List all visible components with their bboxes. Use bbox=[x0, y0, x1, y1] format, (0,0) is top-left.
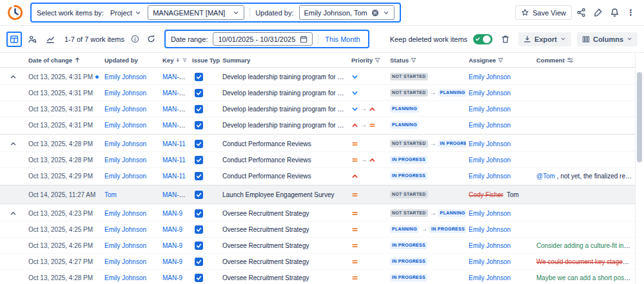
user-link[interactable]: Emily Johnson bbox=[104, 90, 146, 97]
project-select[interactable]: MANAGEMENT [MAN] bbox=[148, 5, 244, 20]
table-view-button[interactable] bbox=[6, 32, 22, 47]
text-segment[interactable]: Emily Johnson bbox=[469, 122, 511, 129]
user-link[interactable]: Emily Johnson bbox=[104, 73, 146, 80]
column-header-updated-by[interactable]: Updated by bbox=[102, 57, 160, 64]
user-link[interactable]: Emily Johnson bbox=[104, 156, 146, 164]
column-header-date-of-change[interactable]: Date of change bbox=[26, 57, 102, 64]
expander-cell[interactable] bbox=[0, 73, 26, 80]
column-header-summary[interactable]: Summary bbox=[220, 57, 349, 64]
save-view-button[interactable]: Save View bbox=[515, 5, 572, 20]
user-link[interactable]: Emily Johnson bbox=[104, 140, 146, 147]
column-label: Summary bbox=[222, 57, 250, 64]
history-row[interactable]: Oct 13, 2025, 4:28 PMEmily JohnsonMAN-11… bbox=[0, 136, 636, 151]
column-header-priority[interactable]: Priority bbox=[349, 57, 387, 64]
user-link[interactable]: Emily Johnson bbox=[104, 242, 146, 249]
share-button[interactable] bbox=[574, 5, 589, 20]
column-header-status[interactable]: Status bbox=[387, 57, 466, 64]
column-header-assignee[interactable]: Assignee bbox=[466, 57, 534, 64]
updated-by-select[interactable]: Emily Johnson, Tom bbox=[299, 5, 395, 20]
filter-icon[interactable] bbox=[411, 57, 416, 63]
column-header-comment[interactable]: Comment bbox=[534, 57, 636, 64]
delete-button[interactable] bbox=[498, 32, 512, 46]
text-segment[interactable]: Emily Johnson bbox=[469, 140, 511, 147]
text-segment[interactable]: @Tom bbox=[536, 173, 555, 180]
user-link[interactable]: Emily Johnson bbox=[104, 258, 146, 265]
text-segment[interactable]: Emily Johnson bbox=[469, 173, 511, 180]
history-row[interactable]: Oct 13, 2025, 4:31 PMEmily JohnsonMAN-12… bbox=[0, 69, 636, 84]
work-item-key-link[interactable]: MAN-11 bbox=[162, 173, 186, 180]
user-link[interactable]: Emily Johnson bbox=[104, 106, 146, 113]
column-settings-icon[interactable] bbox=[567, 57, 574, 64]
date-range-input[interactable]: 10/01/2025 - 10/31/2025 bbox=[213, 32, 313, 46]
user-link[interactable]: Emily Johnson bbox=[104, 122, 146, 129]
user-link[interactable]: Emily Johnson bbox=[104, 274, 146, 281]
work-item-key-link[interactable]: MAN-10 bbox=[162, 191, 186, 198]
text-segment[interactable]: Emily Johnson bbox=[469, 258, 511, 265]
sort-desc-icon[interactable] bbox=[175, 57, 181, 63]
collapse-group-icon[interactable] bbox=[10, 210, 17, 217]
column-header-key[interactable]: Key bbox=[160, 57, 190, 64]
collapse-group-icon[interactable] bbox=[10, 140, 17, 147]
keep-deleted-toggle[interactable] bbox=[473, 34, 493, 44]
history-row[interactable]: Oct 13, 2025, 4:29 PMEmily JohnsonMAN-11… bbox=[0, 167, 636, 184]
filter-icon[interactable] bbox=[498, 57, 503, 63]
scope-dropdown[interactable]: Project bbox=[109, 8, 142, 18]
text-segment[interactable]: Emily Johnson bbox=[469, 73, 511, 80]
history-row[interactable]: Oct 14, 2025, 11:27 AMTomMAN-10Launch Em… bbox=[0, 187, 636, 202]
expander-cell[interactable] bbox=[0, 140, 26, 147]
work-item-key-link[interactable]: MAN-9 bbox=[162, 210, 182, 217]
work-item-key-link[interactable]: MAN-12 bbox=[162, 122, 186, 129]
history-row[interactable]: Oct 13, 2025, 4:28 PMEmily JohnsonMAN-11… bbox=[0, 151, 636, 167]
history-row[interactable]: Oct 13, 2025, 4:31 PMEmily JohnsonMAN-12… bbox=[0, 84, 636, 100]
clear-selection-icon[interactable] bbox=[371, 9, 379, 17]
work-item-key-link[interactable]: MAN-9 bbox=[162, 226, 182, 233]
column-header-issue-type[interactable]: Issue Type bbox=[190, 57, 220, 64]
expander-cell[interactable] bbox=[0, 210, 26, 217]
history-row[interactable]: Oct 13, 2025, 4:31 PMEmily JohnsonMAN-12… bbox=[0, 100, 636, 117]
filter-icon[interactable] bbox=[375, 57, 380, 63]
history-row[interactable]: Oct 13, 2025, 4:27 PMEmily JohnsonMAN-9O… bbox=[0, 253, 636, 269]
refresh-button[interactable] bbox=[146, 33, 157, 44]
history-row[interactable]: Oct 13, 2025, 4:26 PMEmily JohnsonMAN-9O… bbox=[0, 237, 636, 253]
scrollbar-thumb[interactable] bbox=[637, 72, 642, 162]
columns-button[interactable]: Columns bbox=[577, 32, 638, 46]
filter-icon[interactable] bbox=[182, 57, 187, 63]
user-link[interactable]: Emily Johnson bbox=[104, 226, 146, 233]
text-segment[interactable]: Emily Johnson bbox=[469, 210, 511, 217]
vertical-scrollbar[interactable] bbox=[635, 53, 644, 284]
text-segment[interactable]: Emily Johnson bbox=[469, 156, 511, 164]
status-lozenge: IN PROGRESS bbox=[390, 241, 427, 249]
history-row[interactable]: Oct 13, 2025, 4:23 PMEmily JohnsonMAN-9O… bbox=[0, 205, 636, 221]
more-menu-button[interactable]: ⋮ bbox=[624, 6, 638, 19]
date-of-change-cell: Oct 13, 2025, 4:23 PM bbox=[26, 210, 102, 217]
priority-cell: → bbox=[349, 106, 387, 113]
text-segment[interactable]: Emily Johnson bbox=[469, 90, 511, 97]
collapse-group-icon[interactable] bbox=[10, 73, 17, 80]
user-link[interactable]: Emily Johnson bbox=[104, 173, 146, 180]
customize-button[interactable] bbox=[590, 5, 605, 20]
work-item-key-link[interactable]: MAN-12 bbox=[162, 90, 186, 97]
work-item-key-link[interactable]: MAN-12 bbox=[162, 106, 186, 113]
work-item-key-link[interactable]: MAN-11 bbox=[162, 140, 186, 147]
work-item-key-link[interactable]: MAN-9 bbox=[162, 242, 182, 249]
work-item-key-link[interactable]: MAN-12 bbox=[162, 73, 186, 80]
user-link[interactable]: Tom bbox=[104, 191, 117, 198]
user-link[interactable]: Emily Johnson bbox=[104, 210, 146, 217]
text-segment[interactable]: Emily Johnson bbox=[469, 242, 511, 249]
sort-asc-icon[interactable] bbox=[74, 57, 81, 63]
work-item-key-link[interactable]: MAN-9 bbox=[162, 274, 182, 281]
history-row[interactable]: Oct 13, 2025, 4:25 PMEmily JohnsonMAN-9O… bbox=[0, 221, 636, 237]
text-segment[interactable]: Emily Johnson bbox=[469, 106, 511, 113]
text-segment[interactable]: Emily Johnson bbox=[469, 274, 511, 281]
info-button[interactable] bbox=[130, 33, 141, 44]
notifications-button[interactable] bbox=[607, 5, 622, 20]
work-item-key-link[interactable]: MAN-11 bbox=[162, 156, 186, 164]
history-row[interactable]: Oct 13, 2025, 4:31 PMEmily JohnsonMAN-12… bbox=[0, 117, 636, 133]
preset-this-month[interactable]: This Month bbox=[318, 34, 362, 44]
history-row[interactable]: Oct 13, 2025, 4:28 PMEmily JohnsonMAN-9O… bbox=[0, 269, 636, 284]
text-segment[interactable]: Emily Johnson bbox=[469, 226, 511, 233]
people-view-button[interactable] bbox=[24, 32, 40, 47]
work-item-key-link[interactable]: MAN-9 bbox=[162, 258, 182, 265]
export-button[interactable]: Export bbox=[518, 32, 571, 46]
chart-view-button[interactable] bbox=[43, 32, 58, 47]
